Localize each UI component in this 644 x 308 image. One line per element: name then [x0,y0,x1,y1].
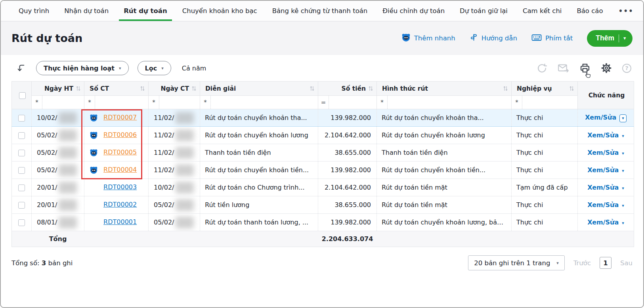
page-size-select[interactable]: 20 bản ghi trên 1 trang ▾ [468,255,565,270]
sort-icon[interactable] [503,86,508,91]
nav-tab-2[interactable]: Rút dự toán [116,1,175,21]
table-row[interactable]: 20/01/ RDT00003 10/02/ Rút dự toán cho C… [12,179,634,196]
row-checkbox[interactable] [18,184,25,191]
cell-so-tien: 2.104.642.000 [318,127,377,144]
sort-icon[interactable] [369,86,373,91]
nav-tab-7[interactable]: Cam kết chi [515,1,569,21]
filter-cell[interactable]: * [32,96,84,109]
cell-hinh-thuc-rut: Rút dự toán tiền mặt [377,179,512,196]
add-button[interactable]: Thêm ▾ [587,30,633,47]
mail-send-icon[interactable] [558,63,569,73]
chevron-down-icon[interactable]: ▾ [622,186,624,191]
chevron-down-icon[interactable]: ▾ [623,36,626,40]
guide-button[interactable]: Hướng dẫn [470,33,517,43]
chevron-down-icon[interactable]: ▾ [619,114,627,122]
cell-chuc-nang: Xem/Sửa▾ [578,179,634,196]
view-edit-link[interactable]: Xem/Sửa [585,114,616,121]
nav-tab-0[interactable]: Quy trình [11,1,57,21]
filter-operator[interactable]: * [512,96,522,109]
filter-operator[interactable]: * [32,96,42,109]
chevron-down-icon[interactable]: ▾ [622,133,624,139]
settings-gear-icon[interactable] [601,63,612,74]
sort-icon[interactable] [310,86,314,91]
filter-operator[interactable]: = [318,96,329,109]
quick-add-button[interactable]: Thêm nhanh [401,33,455,44]
prev-page-button[interactable]: Trước [573,259,591,267]
document-link[interactable]: RDT00003 [103,183,137,191]
chevron-down-icon[interactable]: ▾ [622,151,624,156]
nav-tab-5[interactable]: Điều chỉnh dự toán [375,1,452,21]
nav-tab-4[interactable]: Bảng kê chứng từ thanh toán [265,1,375,21]
document-link[interactable]: RDT00007 [103,114,137,121]
nav-tab-3[interactable]: Chuyển khoản kho bạc [175,1,265,21]
view-edit-link[interactable]: Xem/Sửa [587,149,619,156]
nav-tab-6[interactable]: Dự toán giữ lại [452,1,515,21]
document-link[interactable]: RDT00002 [103,201,137,208]
chevron-down-icon[interactable]: ▾ [622,203,624,208]
column-header-nghiep-vu[interactable]: Nghiệp vụ [512,82,578,96]
chevron-down-icon[interactable]: ▾ [622,221,624,226]
sort-icon[interactable] [76,86,80,91]
nav-tab-1[interactable]: Nhận dự toán [57,1,116,21]
bot-icon [90,114,98,122]
document-link[interactable]: RDT00005 [103,148,137,156]
view-edit-link[interactable]: Xem/Sửa [587,131,619,139]
column-header-ngay-ht[interactable]: Ngày HT [32,82,84,96]
chevron-down-icon[interactable]: ▾ [622,168,624,173]
export-arrow-icon[interactable] [17,63,27,73]
document-link[interactable]: RDT00004 [103,166,137,173]
row-checkbox[interactable] [18,115,25,122]
help-icon[interactable]: ? [622,64,631,73]
column-header-so-ct[interactable]: Số CT [84,82,149,96]
sort-icon[interactable] [192,86,196,91]
filter-operator[interactable]: * [377,96,388,109]
cell-so-tien: 38.655.000 [318,144,377,162]
filter-cell[interactable]: = [318,96,377,109]
refresh-icon[interactable] [537,63,547,74]
sort-icon[interactable] [140,86,145,91]
filter-cell[interactable]: * [149,96,200,109]
table-row[interactable]: 05/02/ RDT00005 11/02/ Thanh toán tiền đ… [12,144,634,162]
select-all-checkbox[interactable] [19,92,26,99]
table-row[interactable]: 08/01/ RDT00001 05/02/ Rút dự toán thanh… [12,214,634,231]
filter-operator[interactable]: * [200,96,211,109]
filter-cell[interactable]: * [200,96,318,109]
filter-button[interactable]: Lọc ▾ [138,61,171,75]
document-link[interactable]: RDT00006 [103,131,137,139]
filter-operator[interactable]: * [149,96,159,109]
table-row[interactable]: 05/02/ RDT00006 11/02/ Rút dự toán chuyể… [12,127,634,144]
row-checkbox[interactable] [18,167,25,174]
view-edit-link[interactable]: Xem/Sửa [587,219,619,226]
sort-icon[interactable] [569,86,574,91]
filter-cell[interactable]: * [512,96,578,109]
cell-so-tien: 139.982.000 [318,109,377,127]
shortcut-button[interactable]: Phím tắt [531,33,573,44]
chevron-down-icon: ▾ [556,261,559,265]
filter-cell[interactable]: * [377,96,512,109]
view-edit-link[interactable]: Xem/Sửa [587,166,619,174]
filter-operator[interactable]: * [84,96,95,109]
column-header-ngay-ct[interactable]: Ngày CT [149,82,200,96]
column-header-so-tien[interactable]: Số tiền [318,82,377,96]
page-title: Rút dự toán [11,32,82,44]
view-edit-link[interactable]: Xem/Sửa [587,184,619,191]
row-checkbox[interactable] [18,219,25,226]
row-checkbox[interactable] [18,150,25,156]
table-row[interactable]: 10/02/ RDT00007 11/02/ Rút dự toán chuyể… [12,109,634,127]
column-header-dien-giai[interactable]: Diễn giải [200,82,318,96]
column-header-hinh-thuc-rut[interactable]: Hình thức rút [377,82,512,96]
table-row[interactable]: 20/01/ RDT00002 05/02/ Rút tiền lương 38… [12,196,634,214]
current-page-input[interactable]: 1 [600,257,612,269]
filter-cell[interactable]: * [84,96,149,109]
document-link[interactable]: RDT00001 [103,218,137,226]
batch-actions-button[interactable]: Thực hiện hàng loạt ▾ [36,61,129,75]
print-icon[interactable] [579,63,590,74]
row-checkbox[interactable] [18,132,25,139]
next-page-button[interactable]: Sau [620,259,633,267]
view-edit-link[interactable]: Xem/Sửa [587,201,619,209]
table-row[interactable]: 05/02/ RDT00004 11/02/ Rút dự toán chuyể… [12,162,634,179]
row-checkbox[interactable] [18,202,25,209]
redacted-year [59,182,77,194]
nav-tab-8[interactable]: Báo cáo [569,1,610,21]
more-tabs-icon[interactable]: ••• [618,7,634,15]
